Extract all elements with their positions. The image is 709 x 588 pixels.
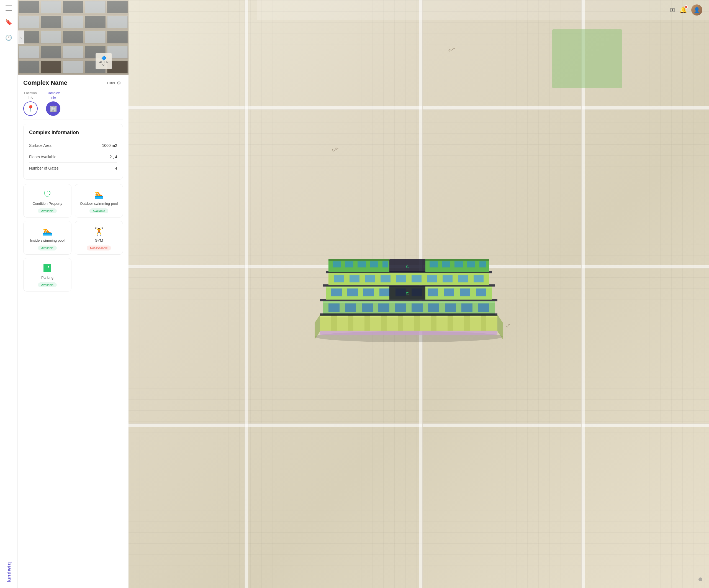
map-road bbox=[581, 0, 585, 588]
top-header: ⊞ 🔔 👤 bbox=[257, 0, 709, 20]
parking-badge: Available bbox=[38, 282, 57, 287]
svg-rect-35 bbox=[428, 288, 438, 296]
outdoor-pool-name: Outdoor swimming pool bbox=[80, 201, 118, 206]
map-road bbox=[244, 0, 248, 588]
surface-area-label: Surface Area bbox=[29, 143, 52, 148]
svg-rect-21 bbox=[428, 303, 439, 312]
surface-area-value: 1000 m2 bbox=[102, 143, 117, 148]
svg-rect-63 bbox=[442, 261, 450, 267]
building-image: 🔷 ALEEN 56 ‹ bbox=[18, 0, 129, 75]
complex-info-section: Complex Information Surface Area 1000 m2… bbox=[23, 124, 123, 180]
filter-label: Filter bbox=[107, 81, 115, 85]
svg-rect-62 bbox=[429, 261, 438, 267]
info-row-floors: Floors Available 2 , 4 bbox=[29, 151, 117, 163]
svg-rect-69 bbox=[320, 331, 497, 335]
filter-button[interactable]: Filter ⚙ bbox=[105, 79, 123, 87]
svg-rect-56 bbox=[345, 261, 353, 267]
history-icon[interactable]: 🕐 bbox=[5, 34, 13, 42]
svg-rect-46 bbox=[396, 275, 406, 282]
svg-rect-23 bbox=[462, 303, 472, 312]
svg-rect-37 bbox=[460, 288, 470, 296]
condition-property-badge: Available bbox=[38, 208, 57, 213]
parking-name: Parking bbox=[41, 275, 53, 280]
gates-label: Number of Gates bbox=[29, 166, 59, 171]
building-facade: 🔷 ALEEN 56 bbox=[18, 0, 129, 75]
svg-text:ح: ح bbox=[406, 262, 409, 268]
svg-rect-43 bbox=[349, 275, 360, 282]
sidebar: 🔖 🕐 landwiq bbox=[0, 0, 18, 588]
gym-name: GYM bbox=[95, 238, 103, 243]
amenity-outdoor-pool: 🏊 Outdoor swimming pool Available bbox=[75, 184, 123, 218]
svg-rect-42 bbox=[334, 275, 344, 282]
amenity-inside-pool: 🏊 Inside swimming pool Available bbox=[23, 221, 72, 254]
svg-rect-47 bbox=[412, 275, 422, 282]
parking-icon: 🅿 bbox=[44, 264, 51, 273]
condition-property-name: Condition Property bbox=[32, 201, 62, 206]
inside-pool-badge: Available bbox=[38, 246, 57, 251]
svg-rect-48 bbox=[427, 275, 437, 282]
left-panel: 🔷 ALEEN 56 ‹ Complex Name Filter ⚙ Locat… bbox=[18, 0, 129, 588]
map-label: شارع bbox=[331, 146, 339, 152]
floors-label: Floors Available bbox=[29, 155, 56, 159]
amenity-parking: 🅿 Parking Available bbox=[23, 258, 72, 291]
svg-rect-6 bbox=[381, 314, 387, 331]
svg-rect-22 bbox=[445, 303, 456, 312]
svg-rect-31 bbox=[363, 288, 374, 296]
filter-icon: ⚙ bbox=[117, 80, 121, 86]
outdoor-pool-badge: Available bbox=[89, 208, 108, 213]
gym-badge: Not Available bbox=[87, 246, 111, 251]
outdoor-pool-icon: 🏊 bbox=[94, 190, 104, 199]
tab-complex-info[interactable]: ComplexInfo 🏢 bbox=[46, 91, 60, 116]
svg-rect-15 bbox=[329, 303, 340, 312]
location-icon-circle: 📍 bbox=[23, 101, 38, 116]
svg-rect-55 bbox=[333, 261, 341, 267]
gym-icon: 🏋 bbox=[94, 227, 104, 236]
property-header: Complex Name Filter ⚙ bbox=[18, 75, 129, 89]
svg-rect-19 bbox=[395, 303, 406, 312]
svg-rect-24 bbox=[478, 303, 489, 312]
floors-value: 2 , 4 bbox=[110, 155, 117, 159]
svg-rect-3 bbox=[331, 314, 337, 331]
grid-view-icon[interactable]: ⊞ bbox=[670, 6, 675, 14]
notifications-button[interactable]: 🔔 bbox=[679, 6, 687, 14]
svg-rect-5 bbox=[365, 314, 370, 331]
inside-pool-icon: 🏊 bbox=[43, 227, 52, 236]
tab-location-label: LocationInfo bbox=[24, 91, 36, 100]
svg-rect-49 bbox=[443, 275, 452, 282]
svg-rect-38 bbox=[476, 288, 486, 296]
map-label: طريق bbox=[447, 46, 455, 52]
complex-info-title: Complex Information bbox=[29, 130, 117, 135]
image-nav-left[interactable]: ‹ bbox=[18, 30, 24, 44]
building-3d-svg: ح ح bbox=[309, 254, 508, 342]
hamburger-menu[interactable] bbox=[5, 5, 12, 10]
svg-rect-50 bbox=[458, 275, 468, 282]
gates-value: 4 bbox=[115, 166, 117, 171]
amenity-gym: 🏋 GYM Not Available bbox=[75, 221, 123, 254]
info-row-gates: Number of Gates 4 bbox=[29, 163, 117, 174]
bookmark-icon[interactable]: 🔖 bbox=[5, 18, 13, 26]
svg-rect-25 bbox=[320, 313, 497, 315]
divider bbox=[23, 119, 123, 120]
svg-rect-51 bbox=[474, 275, 483, 282]
svg-rect-45 bbox=[380, 275, 391, 282]
map-indicator bbox=[699, 578, 702, 581]
amenities-grid: 🛡 Condition Property Available 🏊 Outdoor… bbox=[23, 184, 123, 291]
svg-rect-59 bbox=[383, 261, 388, 267]
svg-rect-66 bbox=[479, 261, 486, 267]
map-green-area bbox=[552, 29, 622, 88]
inside-pool-name: Inside swimming pool bbox=[30, 238, 64, 243]
map-view: طريق شارع حي ⊞ 🔔 👤 bbox=[129, 0, 709, 588]
tab-navigation: LocationInfo 📍 ComplexInfo 🏢 bbox=[18, 89, 129, 119]
condition-property-icon: 🛡 bbox=[44, 190, 51, 199]
svg-rect-16 bbox=[345, 303, 356, 312]
user-avatar[interactable]: 👤 bbox=[691, 4, 702, 16]
svg-rect-44 bbox=[365, 275, 375, 282]
tab-location-info[interactable]: LocationInfo 📍 bbox=[23, 91, 38, 116]
svg-rect-12 bbox=[481, 314, 486, 331]
svg-rect-36 bbox=[444, 288, 454, 296]
svg-rect-29 bbox=[331, 288, 342, 296]
tab-complex-label: ComplexInfo bbox=[47, 91, 59, 100]
svg-rect-57 bbox=[358, 261, 366, 267]
svg-rect-7 bbox=[398, 314, 403, 331]
svg-rect-54 bbox=[329, 259, 389, 261]
